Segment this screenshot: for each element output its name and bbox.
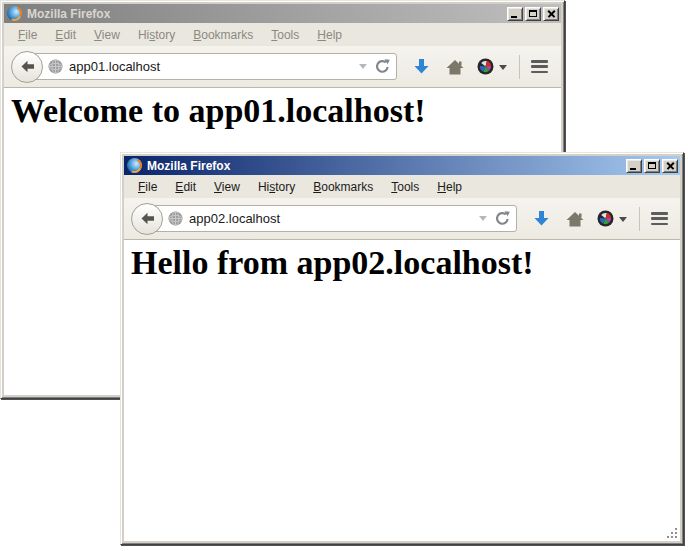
minimize-button[interactable] <box>626 159 642 173</box>
extension-button[interactable] <box>597 210 627 227</box>
menubar: File Edit View History Bookmarks Tools H… <box>4 23 561 46</box>
extension-button[interactable] <box>477 58 507 75</box>
downloads-button[interactable] <box>533 210 550 227</box>
colorwheel-icon <box>597 210 614 227</box>
menu-bookmarks[interactable]: Bookmarks <box>304 176 382 198</box>
back-icon <box>140 212 155 225</box>
menu-view[interactable]: View <box>205 176 249 198</box>
menu-edit[interactable]: Edit <box>166 176 205 198</box>
resize-grip[interactable] <box>666 527 679 540</box>
colorwheel-icon <box>477 58 494 75</box>
firefox-icon[interactable] <box>7 6 22 21</box>
menu-tools[interactable]: Tools <box>382 176 428 198</box>
location-bar[interactable] <box>28 53 397 80</box>
app-menu-button[interactable] <box>531 60 548 73</box>
url-input[interactable] <box>69 54 355 79</box>
app-menu-button[interactable] <box>651 212 668 225</box>
minimize-button[interactable] <box>507 7 523 21</box>
toolbar-separator <box>639 207 640 231</box>
home-button[interactable] <box>566 211 584 227</box>
home-icon <box>446 59 464 75</box>
close-icon <box>663 160 677 172</box>
menu-file[interactable]: File <box>9 24 46 46</box>
window-title: Mozilla Firefox <box>27 7 507 21</box>
urlbar-dropdown-button[interactable] <box>475 212 491 225</box>
hamburger-icon <box>651 212 668 215</box>
reload-button[interactable] <box>495 211 510 226</box>
chevron-down-icon <box>359 64 367 73</box>
maximize-icon <box>648 162 656 169</box>
back-icon <box>20 60 35 73</box>
globe-icon[interactable] <box>168 211 183 226</box>
reload-icon <box>375 59 390 74</box>
toolbar-separator <box>519 55 520 79</box>
maximize-icon <box>529 10 537 17</box>
hamburger-icon <box>531 60 548 63</box>
chevron-down-icon <box>499 65 507 74</box>
chevron-down-icon <box>619 217 627 226</box>
titlebar[interactable]: Mozilla Firefox <box>4 4 561 23</box>
url-input[interactable] <box>189 206 475 231</box>
globe-icon[interactable] <box>48 59 63 74</box>
menubar: File Edit View History Bookmarks Tools H… <box>124 175 680 198</box>
window-title: Mozilla Firefox <box>147 159 626 173</box>
close-button[interactable] <box>543 7 559 21</box>
reload-icon <box>495 211 510 226</box>
menu-help[interactable]: Help <box>428 176 471 198</box>
maximize-button[interactable] <box>644 159 660 173</box>
back-button[interactable] <box>11 51 43 83</box>
location-bar[interactable] <box>148 205 517 232</box>
maximize-button[interactable] <box>525 7 541 21</box>
menu-view[interactable]: View <box>85 24 129 46</box>
back-button[interactable] <box>131 203 163 235</box>
menu-history[interactable]: History <box>129 24 184 46</box>
home-button[interactable] <box>446 59 464 75</box>
menu-help[interactable]: Help <box>308 24 351 46</box>
browser-window-app02: Mozilla Firefox File Edit View History B… <box>120 152 684 545</box>
menu-history[interactable]: History <box>249 176 304 198</box>
home-icon <box>566 211 584 227</box>
reload-button[interactable] <box>375 59 390 74</box>
close-icon <box>544 8 558 20</box>
menu-file[interactable]: File <box>129 176 166 198</box>
page-heading: Welcome to app01.localhost! <box>4 88 561 130</box>
titlebar[interactable]: Mozilla Firefox <box>124 156 680 175</box>
menu-tools[interactable]: Tools <box>262 24 308 46</box>
download-icon <box>413 58 430 75</box>
firefox-icon[interactable] <box>127 158 142 173</box>
menu-edit[interactable]: Edit <box>46 24 85 46</box>
download-icon <box>533 210 550 227</box>
page-heading: Hello from app02.localhost! <box>124 240 680 282</box>
navigation-toolbar <box>124 198 680 240</box>
minimize-icon <box>511 16 517 18</box>
urlbar-dropdown-button[interactable] <box>355 60 371 73</box>
minimize-icon <box>630 168 636 170</box>
close-button[interactable] <box>662 159 678 173</box>
downloads-button[interactable] <box>413 58 430 75</box>
chevron-down-icon <box>479 216 487 225</box>
navigation-toolbar <box>4 46 561 88</box>
menu-bookmarks[interactable]: Bookmarks <box>184 24 262 46</box>
page-content: Hello from app02.localhost! <box>124 240 680 541</box>
